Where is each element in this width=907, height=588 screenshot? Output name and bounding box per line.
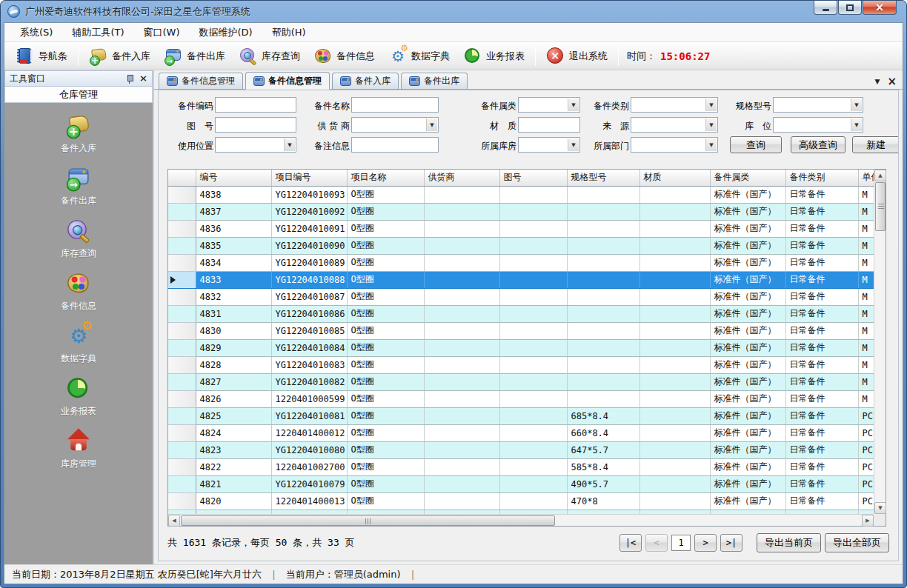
- sidebar-item-data-dict[interactable]: ⚙⚙数据字典: [34, 322, 123, 365]
- table-cell[interactable]: 日常备件: [785, 441, 858, 458]
- table-cell[interactable]: 4820: [196, 492, 271, 510]
- toolbar-item-report[interactable]: 业务报表: [456, 44, 531, 68]
- table-cell[interactable]: M: [858, 203, 874, 220]
- table-cell[interactable]: [424, 390, 499, 407]
- table-cell[interactable]: M: [858, 322, 874, 339]
- table-cell[interactable]: [499, 339, 567, 356]
- table-cell[interactable]: YG12204010089: [271, 254, 347, 271]
- table-cell[interactable]: 4825: [196, 407, 271, 424]
- table-cell[interactable]: O型圈: [347, 305, 424, 322]
- row-selector-cell[interactable]: [168, 288, 196, 305]
- table-cell[interactable]: [499, 254, 567, 271]
- table-cell[interactable]: [499, 475, 567, 492]
- table-cell[interactable]: 日常备件: [785, 356, 858, 373]
- table-cell[interactable]: 标准件（国产）: [710, 237, 785, 254]
- table-cell[interactable]: [639, 271, 710, 288]
- table-cell[interactable]: M: [858, 373, 874, 390]
- table-cell[interactable]: PC: [858, 441, 874, 458]
- table-cell[interactable]: O型圈: [347, 220, 424, 237]
- table-cell[interactable]: YG12204010090: [271, 237, 347, 254]
- table-cell[interactable]: 标准件（国产）: [710, 288, 785, 305]
- table-cell[interactable]: PC: [858, 475, 874, 492]
- column-header[interactable]: 编号: [196, 170, 271, 186]
- column-header[interactable]: 图号: [499, 170, 567, 186]
- table-cell[interactable]: [639, 203, 710, 220]
- table-cell[interactable]: PC: [858, 424, 874, 441]
- prev-page-button[interactable]: <: [645, 534, 668, 552]
- table-cell[interactable]: [424, 339, 499, 356]
- table-cell[interactable]: M: [858, 339, 874, 356]
- row-selector-cell[interactable]: [168, 322, 196, 339]
- column-header[interactable]: 单位: [858, 170, 874, 186]
- tab-1[interactable]: 备件信息管理: [245, 72, 330, 90]
- table-cell[interactable]: 4835: [196, 237, 271, 254]
- table-cell[interactable]: 标准件（国产）: [710, 356, 785, 373]
- table-cell[interactable]: [499, 424, 567, 441]
- table-row[interactable]: 4833YG12204010088O型圈标准件（国产）日常备件M: [168, 271, 874, 288]
- table-cell[interactable]: [567, 237, 639, 254]
- search-input-part-name[interactable]: [351, 97, 439, 113]
- column-header[interactable]: 材质: [639, 170, 710, 186]
- search-select-use-position[interactable]: ▼: [215, 137, 296, 153]
- table-cell[interactable]: O型圈: [347, 356, 424, 373]
- search-select-supplier[interactable]: ▼: [351, 117, 439, 133]
- table-row[interactable]: 4838YG12204010093O型圈标准件（国产）日常备件M: [168, 186, 874, 203]
- table-cell[interactable]: O型圈: [347, 203, 424, 220]
- table-cell[interactable]: 4838: [196, 186, 271, 203]
- column-header[interactable]: 规格型号: [567, 170, 639, 186]
- table-cell[interactable]: [639, 441, 710, 458]
- scroll-left-icon[interactable]: ◀: [168, 515, 180, 527]
- table-cell[interactable]: YG12204010091: [271, 220, 347, 237]
- column-header[interactable]: 项目名称: [347, 170, 424, 186]
- column-header[interactable]: 供货商: [424, 170, 499, 186]
- table-row[interactable]: 4821YG12204010079O型圈490*5.7标准件（国产）日常备件PC: [168, 475, 874, 492]
- table-row[interactable]: 4829YG12204010084O型圈标准件（国产）日常备件M: [168, 339, 874, 356]
- table-cell[interactable]: YG12204010080: [271, 441, 347, 458]
- export-current-button[interactable]: 导出当前页: [757, 533, 821, 552]
- table-cell[interactable]: 647*5.7: [567, 441, 639, 458]
- table-cell[interactable]: O型圈: [347, 288, 424, 305]
- table-cell[interactable]: [499, 373, 567, 390]
- table-cell[interactable]: 4832: [196, 288, 271, 305]
- toolbar-item-data-dict[interactable]: ⚙⚙数据字典: [382, 44, 456, 68]
- table-cell[interactable]: 1220401002700: [271, 458, 347, 475]
- table-cell[interactable]: [639, 339, 710, 356]
- sidebar-item-part-info[interactable]: 备件信息: [34, 270, 123, 313]
- tab-3[interactable]: 备件出库: [401, 73, 468, 89]
- tab-list-dropdown-icon[interactable]: ▼: [875, 78, 880, 85]
- table-cell[interactable]: [639, 186, 710, 203]
- table-cell[interactable]: [424, 271, 499, 288]
- table-cell[interactable]: 日常备件: [785, 322, 858, 339]
- search-input-material[interactable]: [518, 117, 580, 133]
- table-cell[interactable]: M: [858, 305, 874, 322]
- row-selector-cell[interactable]: [168, 356, 196, 373]
- table-cell[interactable]: 4831: [196, 305, 271, 322]
- table-cell[interactable]: [639, 254, 710, 271]
- tab-2[interactable]: 备件入库: [332, 73, 399, 89]
- table-cell[interactable]: 日常备件: [785, 305, 858, 322]
- table-cell[interactable]: 4823: [196, 441, 271, 458]
- query-button[interactable]: 查询: [730, 136, 782, 153]
- table-cell[interactable]: 4829: [196, 339, 271, 356]
- search-select-warehouse[interactable]: ▼: [518, 137, 580, 153]
- table-cell[interactable]: O型圈: [347, 186, 424, 203]
- table-cell[interactable]: 660*8.4: [567, 424, 639, 441]
- table-cell[interactable]: 日常备件: [785, 424, 858, 441]
- search-input-drawing-no[interactable]: [215, 117, 296, 133]
- table-cell[interactable]: 标准件（国产）: [710, 322, 785, 339]
- next-page-button[interactable]: >: [694, 534, 717, 552]
- table-cell[interactable]: [639, 220, 710, 237]
- table-cell[interactable]: 日常备件: [785, 373, 858, 390]
- column-header[interactable]: 备件类别: [785, 170, 858, 186]
- table-cell[interactable]: [424, 305, 499, 322]
- table-cell[interactable]: O型圈: [347, 424, 424, 441]
- table-row[interactable]: 4831YG12204010086O型圈标准件（国产）日常备件M: [168, 305, 874, 322]
- table-cell[interactable]: [567, 254, 639, 271]
- table-row[interactable]: 4835YG12204010090O型圈标准件（国产）日常备件M: [168, 237, 874, 254]
- table-cell[interactable]: [567, 186, 639, 203]
- table-cell[interactable]: 日常备件: [785, 186, 858, 203]
- table-cell[interactable]: YG12204010092: [271, 203, 347, 220]
- horizontal-scroll-thumb[interactable]: [181, 515, 555, 526]
- table-cell[interactable]: O型圈: [347, 254, 424, 271]
- search-select-part-category[interactable]: ▼: [518, 97, 580, 113]
